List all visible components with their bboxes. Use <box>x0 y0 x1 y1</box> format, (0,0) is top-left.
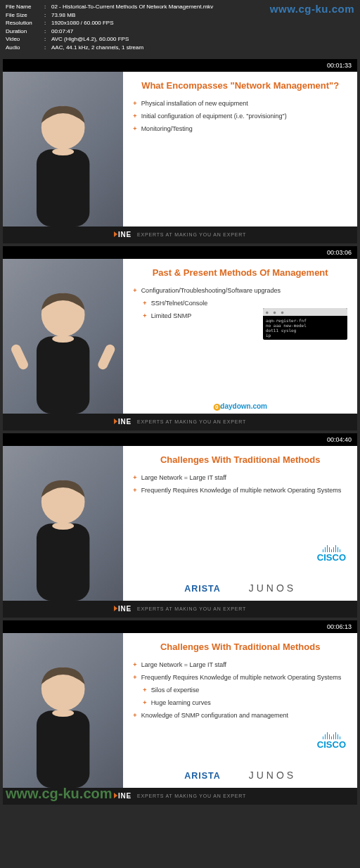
bullet-icon: + <box>143 686 146 694</box>
bullet: +Configuration/Troubleshooting/Software … <box>133 286 347 295</box>
bullet-icon: + <box>133 112 136 120</box>
bullet-text: Physical installation of new equipment <box>141 99 248 108</box>
presenter-pane <box>3 633 123 788</box>
meta-row-resolution: Resolution : 1920x1080 / 60.000 FPS <box>6 19 354 27</box>
bullet-text: Huge learning curves <box>151 698 211 707</box>
bullet-sub: +SSH/Telnet/Console <box>143 299 347 307</box>
bullet-icon: + <box>143 312 146 320</box>
bullet-icon: + <box>133 473 136 482</box>
svg-rect-7 <box>96 343 116 371</box>
bullet: +Large Network = Large IT staff <box>133 473 347 482</box>
bullet: +Large Network = Large IT staff <box>133 660 347 669</box>
bullet-text: Initial configuration of equipment (i.e.… <box>141 112 287 120</box>
svg-point-10 <box>52 522 74 529</box>
slide-title: Past & Present Methods Of Management <box>133 267 347 278</box>
bullet: +Knowledge of SNMP configuration and man… <box>133 711 347 720</box>
bullet-icon: + <box>133 711 136 720</box>
thumbnail-frame: 00:01:33 What Encompasses "Network Manag… <box>0 56 360 243</box>
presenter-pane <box>3 446 123 601</box>
footer-tagline: EXPERTS AT MAKING YOU AN EXPERT <box>137 419 246 424</box>
meta-value: 1920x1080 / 60.000 FPS <box>51 19 354 27</box>
meta-label: File Size <box>6 11 44 20</box>
timestamp-bar: 00:06:13 <box>3 620 357 633</box>
meta-row-duration: Duration : 00:07:47 <box>6 27 354 36</box>
meta-value: AAC, 44.1 kHz, 2 channels, 1 stream <box>51 44 354 52</box>
bullet-text: SSH/Telnet/Console <box>151 299 208 307</box>
slide-content: Challenges With Traditional Methods +Lar… <box>123 633 357 788</box>
bullet-text: Limited SNMP <box>151 312 192 320</box>
bullet-icon: + <box>143 299 146 307</box>
bullet: +Monitoring/Testing <box>133 125 347 133</box>
meta-colon: : <box>44 44 51 52</box>
bullet-text: Monitoring/Testing <box>141 125 193 133</box>
arista-logo: ARISTA <box>184 584 221 594</box>
bullet-text: Knowledge of SNMP configuration and mana… <box>141 711 288 720</box>
video-frame: Challenges With Traditional Methods +Lar… <box>3 633 357 788</box>
slide-title: Challenges With Traditional Methods <box>133 454 347 465</box>
ine-logo: INE <box>114 418 131 426</box>
slide-content: Challenges With Traditional Methods +Lar… <box>123 446 357 601</box>
meta-label: Duration <box>6 27 44 36</box>
footer-tagline: EXPERTS AT MAKING YOU AN EXPERT <box>137 232 246 237</box>
slide-content: Past & Present Methods Of Management +Co… <box>123 259 357 414</box>
slide-content: What Encompasses "Network Management"? +… <box>123 72 357 226</box>
thumbnail-frame: 00:04:40 Challenges With Traditional Met… <box>0 430 360 618</box>
terminal-window: aqm-register-fnf no aaa new-model dot11 … <box>263 308 347 340</box>
bullet-icon: + <box>133 673 136 682</box>
bullet-icon: + <box>143 698 146 707</box>
bullet-text: Large Network = Large IT staff <box>141 473 226 482</box>
slide-footer: INE EXPERTS AT MAKING YOU AN EXPERT <box>3 601 357 618</box>
meta-value: 00:07:47 <box>51 27 354 36</box>
bullet-sub: +Huge learning curves <box>143 698 347 707</box>
meta-colon: : <box>44 27 51 36</box>
timestamp-bar: 00:04:40 <box>3 433 357 446</box>
svg-point-13 <box>52 709 74 716</box>
cisco-logo: CISCO <box>317 544 346 562</box>
meta-row-audio: Audio : AAC, 44.1 kHz, 2 channels, 1 str… <box>6 44 354 52</box>
timestamp-bar: 00:01:33 <box>3 59 357 72</box>
bullet-text: Frequently Requires Knowledge of multipl… <box>141 673 342 682</box>
thumbnail-frame: 00:03:06 Past & Present Methods Of Manag… <box>0 243 360 430</box>
thumbnail-frame: 00:06:13 Challenges With Traditional Met… <box>0 618 360 805</box>
ine-logo: INE <box>114 231 131 238</box>
arista-logo: ARISTA <box>184 771 221 781</box>
watermark-top: www.cg-ku.com <box>270 3 354 15</box>
meta-colon: : <box>44 35 51 44</box>
slide-title: Challenges With Traditional Methods <box>133 642 347 652</box>
presenter-pane <box>3 259 123 414</box>
bullet-text: Large Network = Large IT staff <box>141 660 226 669</box>
slide-footer: INE EXPERTS AT MAKING YOU AN EXPERT <box>3 226 357 243</box>
timestamp-bar: 00:03:06 <box>3 246 357 259</box>
svg-rect-1 <box>37 149 89 226</box>
bullet-text: Silos of expertise <box>151 686 200 694</box>
slide-title: What Encompasses "Network Management"? <box>133 80 347 91</box>
svg-point-2 <box>52 148 74 155</box>
meta-label: Resolution <box>6 19 44 27</box>
bullet-text: Frequently Requires Knowledge of multipl… <box>141 486 342 494</box>
video-frame: Past & Present Methods Of Management +Co… <box>3 259 357 414</box>
slide-footer: INE EXPERTS AT MAKING YOU AN EXPERT <box>3 414 357 430</box>
bullet-icon: + <box>133 125 136 133</box>
meta-colon: : <box>44 11 51 20</box>
video-frame: What Encompasses "Network Management"? +… <box>3 72 357 226</box>
svg-rect-12 <box>37 710 89 788</box>
meta-value: AVC (High@L4.2), 60.000 FPS <box>51 35 354 44</box>
presenter-pane <box>3 72 123 226</box>
watermark-0day: 00daydown.comdaydown.com <box>213 402 267 411</box>
meta-row-video: Video : AVC (High@L4.2), 60.000 FPS <box>6 35 354 44</box>
bullet-icon: + <box>133 660 136 669</box>
bullet: +Frequently Requires Knowledge of multip… <box>133 673 347 682</box>
cisco-logo: CISCO <box>317 731 346 749</box>
bullet-sub: +Silos of expertise <box>143 686 347 694</box>
junos-logo: JUNOS <box>249 582 296 594</box>
meta-label: Audio <box>6 44 44 52</box>
video-frame: Challenges With Traditional Methods +Lar… <box>3 446 357 601</box>
bullet-text: Configuration/Troubleshooting/Software u… <box>141 286 281 295</box>
meta-colon: : <box>44 3 51 11</box>
footer-tagline: EXPERTS AT MAKING YOU AN EXPERT <box>137 793 246 798</box>
bullet-icon: + <box>133 286 136 295</box>
ine-logo: INE <box>114 792 131 800</box>
bullet-icon: + <box>133 486 136 494</box>
ine-logo: INE <box>114 605 131 613</box>
junos-logo: JUNOS <box>249 770 296 781</box>
